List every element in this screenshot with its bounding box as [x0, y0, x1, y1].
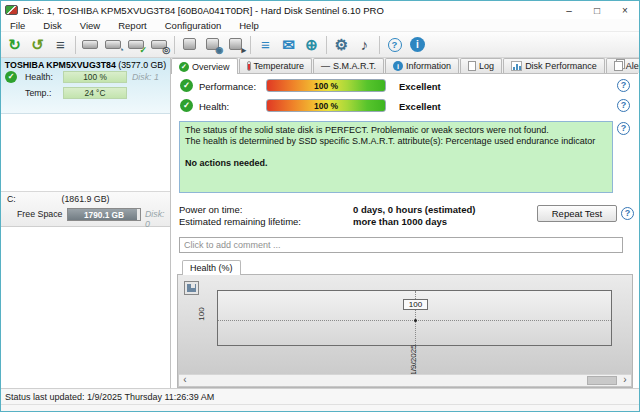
maximize-button[interactable]: □: [583, 2, 611, 19]
sound-icon[interactable]: ♪: [353, 33, 376, 56]
free-space-value: 1790.1 GB: [68, 209, 140, 220]
remote-monitoring-icon[interactable]: ⊕: [300, 33, 323, 56]
removable-device-icon[interactable]: ▸: [224, 33, 247, 56]
comment-input[interactable]: [179, 237, 623, 253]
menu-file[interactable]: File: [1, 20, 34, 31]
disk-health-row: ✓ Health: 100 % Disk: 1: [1, 70, 170, 86]
check-circle-icon: ✓: [179, 62, 189, 72]
tab-smart[interactable]: ―S.M.A.R.T.: [313, 58, 384, 73]
email-icon[interactable]: ✉: [277, 33, 300, 56]
hard-disk-sentinel-window: Disk: 1, TOSHIBA KPM5XVUG3T84 [60B0A041T…: [0, 0, 640, 412]
usb-device-icon[interactable]: [178, 33, 201, 56]
overview-panel: ✓ Performance: 100 % Excellent ? ✓ Healt…: [171, 74, 638, 388]
menu-disk[interactable]: Disk: [34, 20, 70, 31]
minimize-button[interactable]: –: [555, 2, 583, 19]
power-on-time-value: 0 days, 0 hours (estimated): [353, 204, 475, 215]
disk-model: TOSHIBA KPM5XVUG3T84: [5, 60, 116, 70]
tab-information[interactable]: iInformation: [385, 58, 459, 73]
status-help-icon[interactable]: ?: [617, 122, 630, 135]
bar-chart-icon: [511, 61, 522, 71]
window-controls: – □ ×: [555, 2, 639, 19]
tab-label: Information: [406, 61, 451, 71]
scrollbar-thumb[interactable]: [587, 376, 617, 385]
tab-disk-performance[interactable]: Disk Performance: [503, 58, 605, 73]
disk-capacity: (3577.0 GB): [118, 60, 166, 70]
disk-list-item[interactable]: TOSHIBA KPM5XVUG3T84 (3577.0 GB) ✓ Healt…: [1, 58, 170, 114]
menu-bar: File Disk View Report Configuration Help: [1, 19, 639, 32]
disk-surface-test-icon[interactable]: ◎: [148, 33, 171, 56]
report-icon[interactable]: ≡: [254, 33, 277, 56]
performance-help-icon[interactable]: ?: [617, 79, 630, 92]
disk-schedule-icon[interactable]: ◔: [102, 33, 125, 56]
temp-bar: 24 °C: [63, 87, 127, 99]
power-on-time-label: Power on time:: [179, 204, 242, 215]
app-icon: [5, 5, 18, 15]
disk-status-text-box: The status of the solid state disk is PE…: [179, 121, 613, 193]
info-circle-icon: i: [393, 61, 403, 71]
settings-icon[interactable]: ⚙: [330, 33, 353, 56]
status-line: The health is determined by SSD specific…: [185, 136, 607, 147]
health-rating: Excellent: [399, 101, 441, 112]
status-last-updated: Status last updated: 1/9/2025 Thursday 1…: [5, 392, 214, 402]
disk-ok-icon[interactable]: ✓: [125, 33, 148, 56]
disk-list-sidebar: TOSHIBA KPM5XVUG3T84 (3577.0 GB) ✓ Healt…: [1, 58, 171, 388]
tab-overview[interactable]: ✓Overview: [171, 58, 238, 74]
tab-log[interactable]: Log: [460, 58, 502, 73]
tab-label: S.M.A.R.T.: [333, 61, 376, 71]
thermometer-icon: [247, 61, 251, 71]
close-button[interactable]: ×: [611, 2, 639, 19]
refresh-icon[interactable]: ↻: [3, 33, 26, 56]
health-bar: 100 %: [266, 99, 386, 112]
save-chart-button[interactable]: [184, 281, 199, 295]
menu-help[interactable]: Help: [230, 20, 268, 31]
health-ok-icon: ✓: [180, 99, 193, 112]
tab-temperature[interactable]: Temperature: [239, 58, 313, 73]
toolbar-separator: [379, 36, 380, 54]
status-bar: Status last updated: 1/9/2025 Thursday 1…: [1, 388, 639, 411]
health-help-icon[interactable]: ?: [617, 99, 630, 112]
menu-view[interactable]: View: [71, 20, 109, 31]
toolbar-separator: [250, 36, 251, 54]
partition-list-item[interactable]: C: (1861.9 GB) Free Space 1790.1 GB Disk…: [1, 191, 170, 227]
disk-icon[interactable]: [79, 33, 102, 56]
remaining-lifetime-value: more than 1000 days: [353, 216, 447, 227]
disk-title: TOSHIBA KPM5XVUG3T84 (3577.0 GB): [1, 58, 170, 70]
tab-bar: ✓Overview Temperature ―S.M.A.R.T. iInfor…: [171, 58, 638, 74]
window-title: Disk: 1, TOSHIBA KPM5XVUG3T84 [60B0A041T…: [23, 5, 384, 16]
performance-label: Performance:: [199, 81, 256, 92]
scroll-left-icon[interactable]: ‹: [179, 375, 191, 386]
tab-health-history[interactable]: Health (%): [182, 260, 241, 275]
chart-scrollbar[interactable]: ‹ ›: [179, 374, 631, 386]
partition-disk-number: Disk: 0: [145, 209, 170, 229]
info-icon[interactable]: i: [406, 33, 429, 56]
title-bar: Disk: 1, TOSHIBA KPM5XVUG3T84 [60B0A041T…: [1, 1, 639, 19]
tab-label: Disk Performance: [525, 61, 597, 71]
help-icon[interactable]: ?: [383, 33, 406, 56]
menu-report[interactable]: Report: [109, 20, 156, 31]
toolbar: ↻ ↺ ≡ ◔ ✓ ◎ ◉ ▸ ≡ ✉ ⊕ ⚙ ♪ ? i: [1, 32, 639, 58]
repeat-test-help-icon[interactable]: ?: [621, 207, 634, 220]
detect-disks-icon[interactable]: ≡: [49, 33, 72, 56]
toolbar-separator: [75, 36, 76, 54]
temp-label: Temp.:: [25, 88, 51, 98]
health-label: Health:: [199, 101, 229, 112]
pages-icon: [614, 61, 623, 71]
rescan-disks-icon[interactable]: ↺: [26, 33, 49, 56]
partition-header: C: (1861.9 GB): [1, 192, 170, 207]
tab-alerts[interactable]: Alerts: [606, 58, 640, 73]
repeat-test-button[interactable]: Repeat Test: [537, 205, 617, 222]
partition-capacity: (1861.9 GB): [1, 194, 170, 204]
scroll-right-icon[interactable]: ›: [619, 375, 631, 386]
disk-ok-icon: ✓: [5, 71, 17, 83]
chart-point-label: 100: [403, 299, 428, 310]
chart-data-point: [414, 319, 417, 322]
health-history-chart: 100 100 1/9/2025 ‹ ›: [177, 274, 633, 388]
page-icon: [468, 61, 476, 71]
menu-configuration[interactable]: Configuration: [156, 20, 231, 31]
tab-label: Alerts: [626, 61, 640, 71]
chart-ytick: 100: [197, 302, 207, 326]
status-line: No actions needed.: [185, 158, 607, 169]
camera-device-icon[interactable]: ◉: [201, 33, 224, 56]
performance-bar: 100 %: [266, 79, 386, 92]
performance-ok-icon: ✓: [180, 79, 193, 92]
